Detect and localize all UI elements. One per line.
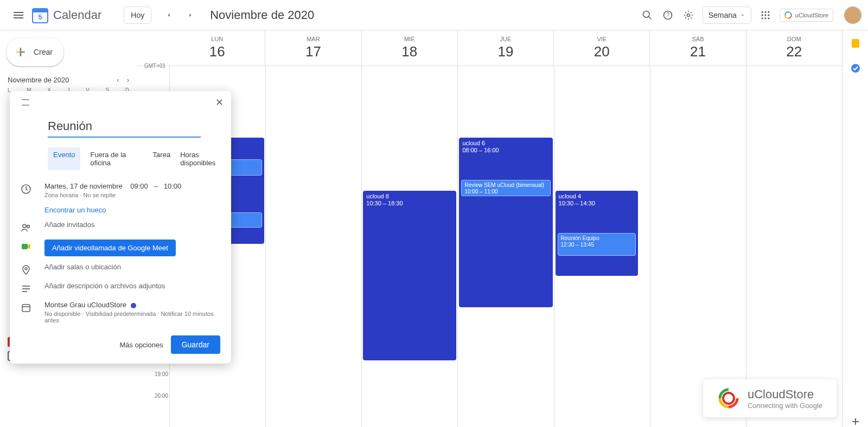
day-header[interactable]: DOM22 xyxy=(746,30,842,66)
account-switcher[interactable]: uCloudStore xyxy=(780,9,833,22)
day-headers: LUN16 MAR17 MIÉ18 JUE19 VIE20 SÁB21 DOM2… xyxy=(137,30,842,66)
side-panel xyxy=(842,30,868,427)
svg-point-4 xyxy=(643,11,649,17)
svg-point-11 xyxy=(768,11,769,12)
watermark-brand: uCloudStore xyxy=(748,387,822,402)
keep-icon[interactable] xyxy=(850,38,861,49)
today-button[interactable]: Hoy xyxy=(124,7,151,24)
user-avatar[interactable] xyxy=(844,7,861,24)
apps-icon[interactable] xyxy=(759,9,772,22)
mini-calendar-month: Noviembre de 2020 ‹ › xyxy=(0,76,137,84)
svg-point-43 xyxy=(723,393,734,404)
svg-rect-33 xyxy=(22,244,28,249)
day-header[interactable]: SÁB21 xyxy=(649,30,745,66)
prev-week-button[interactable] xyxy=(162,9,175,22)
calendar-owner[interactable]: Montse Grau uCloudStore xyxy=(44,301,220,309)
calendar-icon xyxy=(21,302,31,313)
mini-next-button[interactable]: › xyxy=(127,76,129,84)
tab-event[interactable]: Evento xyxy=(48,147,80,170)
day-column[interactable]: ucloud 8 10:30 – 18:30 xyxy=(361,66,457,427)
calendar-grid: GMT+01 LUN16 MAR17 MIÉ18 JUE19 VIE20 SÁB… xyxy=(137,30,842,427)
svg-text:?: ? xyxy=(666,12,669,18)
calendar-event[interactable]: ucloud 4 10:30 – 14:30 Reunión Equipo 12… xyxy=(556,191,638,276)
svg-point-31 xyxy=(23,224,26,228)
chevron-down-icon xyxy=(740,12,745,18)
svg-rect-2 xyxy=(33,9,48,12)
drag-handle-icon[interactable] xyxy=(22,99,33,106)
meet-icon xyxy=(21,241,31,252)
svg-point-17 xyxy=(768,17,769,19)
view-label: Semana xyxy=(709,11,737,20)
svg-point-13 xyxy=(764,14,766,16)
add-addon-icon[interactable] xyxy=(850,416,861,427)
hour-label: 20:00 xyxy=(146,393,168,399)
calendar-color-dot xyxy=(131,303,136,308)
search-icon[interactable] xyxy=(641,9,654,22)
tab-task[interactable]: Tarea xyxy=(153,147,171,170)
add-description-field[interactable]: Añadir descripción o archivos adjuntos xyxy=(44,282,220,290)
tab-appointment-slots[interactable]: Horas disponibles xyxy=(180,147,231,170)
brand-watermark: uCloudStore Connecting with Google xyxy=(703,379,837,417)
more-options-button[interactable]: Más opciones xyxy=(119,335,163,354)
location-icon xyxy=(21,264,31,275)
next-week-button[interactable] xyxy=(184,9,197,22)
close-icon[interactable]: ✕ xyxy=(215,96,224,108)
calendar-event[interactable]: ucloud 8 10:30 – 18:30 xyxy=(363,191,456,360)
menu-icon[interactable] xyxy=(12,9,25,22)
tab-out-of-office[interactable]: Fuera de la oficina xyxy=(90,147,143,170)
svg-text:5: 5 xyxy=(38,13,42,21)
tasks-icon[interactable] xyxy=(850,63,861,74)
watermark-tagline: Connecting with Google xyxy=(748,402,822,410)
day-column[interactable] xyxy=(746,66,842,427)
app-logo[interactable]: 5 Calendar xyxy=(30,5,101,25)
view-selector[interactable]: Semana xyxy=(703,7,751,24)
people-icon xyxy=(21,222,31,233)
event-create-popup: ✕ Evento Fuera de la oficina Tarea Horas… xyxy=(10,91,231,364)
svg-point-34 xyxy=(25,268,27,270)
day-header[interactable]: LUN16 xyxy=(169,30,265,66)
timezone-repeat-info: Zona horaria · No se repite xyxy=(44,192,220,198)
day-column[interactable]: ucloud 6 08:00 – 16:00 Review SEM uCloud… xyxy=(457,66,553,427)
create-button[interactable]: Crear xyxy=(7,38,63,66)
settings-icon[interactable] xyxy=(682,9,695,22)
app-header: 5 Calendar Hoy Noviembre de 2020 ? Seman… xyxy=(0,0,868,30)
day-header[interactable]: JUE19 xyxy=(457,30,553,66)
svg-point-10 xyxy=(764,11,766,12)
create-label: Crear xyxy=(34,48,53,56)
help-icon[interactable]: ? xyxy=(661,9,674,22)
save-button[interactable]: Guardar xyxy=(171,335,220,354)
date-range-title: Noviembre de 2020 xyxy=(210,8,314,22)
day-column[interactable] xyxy=(650,66,746,427)
calendar-event[interactable]: ucloud 6 08:00 – 16:00 Review SEM uCloud… xyxy=(459,138,552,307)
svg-point-9 xyxy=(761,11,763,12)
svg-rect-38 xyxy=(22,305,30,312)
svg-point-12 xyxy=(761,14,763,16)
event-type-tabs: Evento Fuera de la oficina Tarea Horas d… xyxy=(48,147,231,170)
find-time-link[interactable]: Encontrar un hueco xyxy=(44,206,220,214)
event-datetime[interactable]: Martes, 17 de noviembre 09:00 – 10:00 xyxy=(44,182,220,190)
svg-point-15 xyxy=(761,17,763,19)
svg-point-27 xyxy=(851,64,860,73)
day-header[interactable]: VIE20 xyxy=(553,30,649,66)
svg-rect-26 xyxy=(852,39,859,48)
calendar-event[interactable]: Review SEM uCloud (bimensual) 10:00 – 11… xyxy=(461,180,550,196)
day-column[interactable] xyxy=(265,66,361,427)
hour-label: 19:00 xyxy=(146,371,168,377)
availability-visibility-info: No disponible · Visibilidad predetermina… xyxy=(44,310,220,324)
svg-point-16 xyxy=(764,17,766,19)
day-column[interactable]: ucloud 4 10:30 – 14:30 Reunión Equipo 12… xyxy=(554,66,650,427)
add-meet-button[interactable]: Añadir videollamada de Google Meet xyxy=(44,240,176,256)
svg-point-14 xyxy=(768,14,769,16)
mini-prev-button[interactable]: ‹ xyxy=(117,76,119,84)
clock-icon xyxy=(21,184,31,195)
day-header[interactable]: MAR17 xyxy=(265,30,361,66)
calendar-event[interactable]: Reunión Equipo 12:30 – 13:45 xyxy=(558,233,636,256)
add-location-field[interactable]: Añadir salas o ubicación xyxy=(44,263,220,271)
app-name: Calendar xyxy=(53,8,101,22)
event-title-input[interactable] xyxy=(48,118,201,138)
svg-point-8 xyxy=(687,14,690,16)
description-icon xyxy=(21,283,31,294)
add-guests-field[interactable]: Añade invitados xyxy=(44,221,220,229)
svg-point-32 xyxy=(27,225,30,228)
day-header[interactable]: MIÉ18 xyxy=(361,30,457,66)
